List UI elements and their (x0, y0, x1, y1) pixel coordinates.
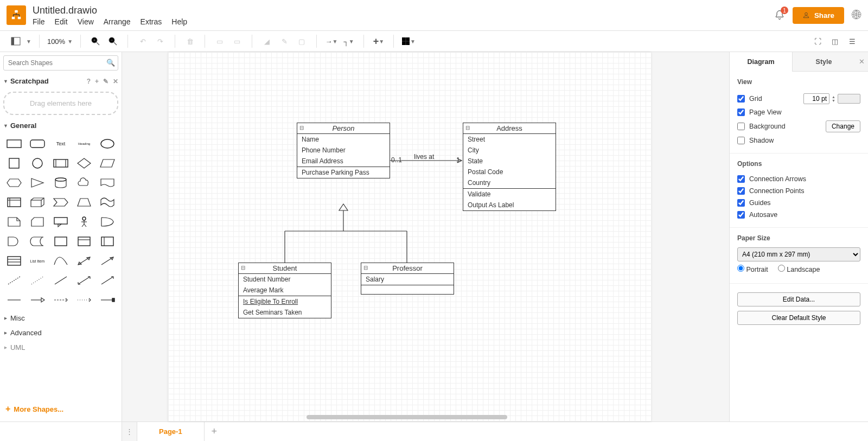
undo-button[interactable]: ↶ (136, 34, 150, 48)
general-header[interactable]: ▼ General (3, 118, 118, 133)
pageview-checkbox[interactable] (737, 108, 745, 116)
to-back-button[interactable]: ▭ (230, 34, 244, 48)
uml-attr[interactable]: Salary (361, 274, 454, 285)
uml-method-empty[interactable] (361, 285, 454, 294)
uml-title-professor[interactable]: ⊟Professor (361, 263, 454, 274)
line-color-button[interactable]: ✎ (277, 34, 291, 48)
uml-method[interactable]: Is Eligible To Enroll (239, 296, 331, 307)
uml-attr[interactable]: Email Address (297, 156, 390, 167)
redo-button[interactable]: ↷ (153, 34, 167, 48)
guides-checkbox[interactable] (737, 199, 745, 207)
menu-edit[interactable]: Edit (55, 17, 68, 26)
delete-button[interactable]: 🗑 (183, 34, 197, 48)
shape-circle[interactable] (27, 155, 48, 172)
shape-step[interactable] (50, 194, 71, 211)
shape-cloud[interactable] (74, 174, 95, 191)
scratchpad-close-icon[interactable]: ✕ (113, 78, 118, 85)
shape-titled-container[interactable] (74, 233, 95, 250)
uml-title-person[interactable]: ⊟Person (297, 123, 390, 134)
shape-container[interactable] (50, 233, 71, 250)
shape-note[interactable] (3, 213, 24, 231)
uml-attr[interactable]: Country (463, 177, 556, 188)
shape-list[interactable] (3, 252, 24, 270)
edge-mult-right[interactable]: 1 (456, 156, 460, 164)
add-page-button[interactable]: + (205, 426, 224, 437)
tab-style[interactable]: Style (792, 52, 855, 72)
shape-triangle[interactable] (27, 174, 48, 191)
tab-diagram[interactable]: Diagram (730, 52, 792, 72)
shape-dash-connector[interactable] (50, 291, 71, 309)
panel-close-icon[interactable]: ✕ (855, 52, 868, 72)
portrait-radio[interactable] (737, 265, 744, 272)
language-icon[interactable]: 🌐︎ (852, 10, 861, 21)
advanced-header[interactable]: ▼Advanced (3, 325, 118, 340)
insert-button[interactable]: + ▼ (372, 34, 386, 48)
connection-style-button[interactable]: → ▼ (324, 34, 339, 48)
scratchpad-add-icon[interactable]: + (95, 78, 99, 85)
uml-attr[interactable]: City (463, 145, 556, 156)
shape-callout[interactable] (50, 213, 71, 231)
uml-method[interactable]: Validate (463, 189, 556, 200)
scratchpad-dropzone[interactable]: Drag elements here (3, 92, 118, 115)
shape-parallelogram[interactable] (97, 155, 118, 172)
grid-size-input[interactable] (803, 93, 829, 104)
sidebar-toggle-button[interactable] (9, 34, 23, 48)
shape-dot-connector[interactable] (74, 291, 95, 309)
shape-rounded-rect[interactable] (27, 135, 48, 152)
shape-square[interactable] (3, 155, 24, 172)
background-checkbox[interactable] (737, 123, 745, 130)
chevron-down-icon[interactable]: ▼ (26, 39, 31, 44)
shape-document[interactable] (97, 174, 118, 191)
shape-hexagon[interactable] (3, 174, 24, 191)
conn-arrows-checkbox[interactable] (737, 175, 745, 183)
scratchpad-edit-icon[interactable]: ✎ (103, 78, 108, 85)
shape-card[interactable] (27, 213, 48, 231)
shape-ellipse[interactable] (97, 135, 118, 152)
uml-class-address[interactable]: ⊟Address Street City State Postal Code C… (463, 123, 556, 211)
format-toggle-button[interactable]: ◫ (828, 34, 842, 48)
fullscreen-button[interactable]: ⛶ (810, 34, 825, 48)
shape-heading[interactable]: Heading (74, 135, 95, 152)
uml-attr[interactable]: Name (297, 134, 390, 145)
shape-arrow[interactable] (97, 252, 118, 270)
horizontal-scrollbar[interactable] (307, 415, 507, 419)
shape-trapezoid[interactable] (74, 194, 95, 211)
zoom-out-button[interactable] (106, 34, 120, 48)
edge-label[interactable]: lives at (414, 153, 434, 161)
autosave-checkbox[interactable] (737, 211, 745, 219)
shape-list-item[interactable]: List Item (27, 252, 48, 270)
shape-internal-storage[interactable] (3, 194, 24, 211)
zoom-control[interactable]: 100%▼ (47, 37, 73, 46)
shape-or[interactable] (97, 213, 118, 231)
grid-size-up[interactable]: ▲ (832, 95, 835, 99)
shape-line[interactable] (50, 272, 71, 289)
uml-attr[interactable]: Average Mark (239, 285, 331, 296)
shape-rectangle[interactable] (3, 135, 24, 152)
uml-attr[interactable]: Student Number (239, 274, 331, 285)
waypoint-style-button[interactable]: ┐ ▼ (342, 34, 356, 48)
shape-vert-container[interactable] (97, 233, 118, 250)
uml-attr[interactable]: Street (463, 134, 556, 145)
table-button[interactable]: ▼ (401, 34, 416, 48)
more-shapes-button[interactable]: +More Shapes... (3, 400, 118, 418)
menu-file[interactable]: File (33, 17, 45, 26)
shape-process[interactable] (50, 155, 71, 172)
shape-bidir-arrow[interactable] (74, 252, 95, 270)
scratchpad-header[interactable]: ▼ Scratchpad ? + ✎ ✕ (3, 74, 118, 88)
document-title[interactable]: Untitled.drawio (33, 5, 187, 16)
shape-actor[interactable] (74, 213, 95, 231)
menu-view[interactable]: View (78, 17, 94, 26)
uml-header[interactable]: ▼UML (3, 340, 118, 355)
conn-points-checkbox[interactable] (737, 187, 745, 195)
to-front-button[interactable]: ▭ (213, 34, 227, 48)
uml-method[interactable]: Get Seminars Taken (239, 307, 331, 318)
shape-dashed-line[interactable] (3, 272, 24, 289)
shape-curve[interactable] (50, 252, 71, 270)
collapse-button[interactable]: ☰ (845, 34, 859, 48)
uml-method[interactable]: Output As Label (463, 200, 556, 210)
landscape-radio[interactable] (778, 265, 785, 272)
uml-attr[interactable]: State (463, 156, 556, 167)
shape-and[interactable] (3, 233, 24, 250)
notifications-button[interactable]: 1 (774, 10, 785, 21)
edge-mult-left[interactable]: 0..1 (391, 156, 402, 164)
